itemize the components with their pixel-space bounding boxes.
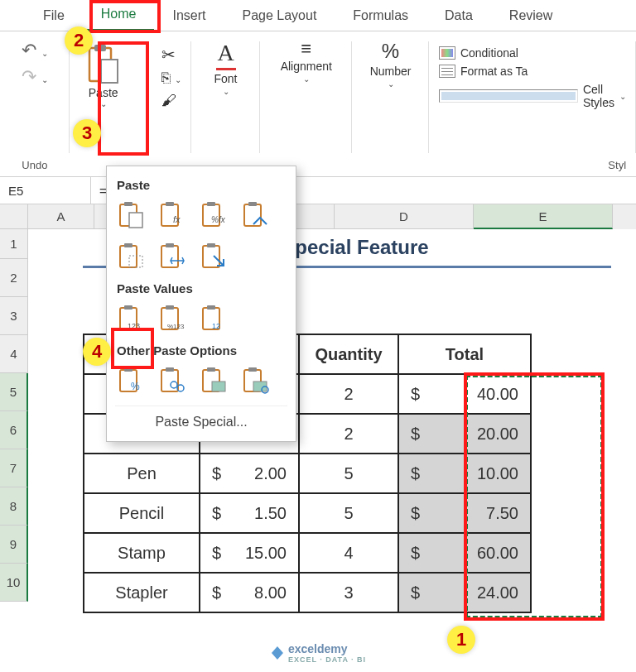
ribbon-group-font: A Font ⌄ [191, 31, 261, 176]
paste-special-link[interactable]: Paste Special... [115, 406, 287, 438]
row-header[interactable]: 9 [0, 526, 28, 564]
tab-formulas[interactable]: Formulas [335, 0, 426, 31]
watermark-icon [270, 646, 285, 660]
table-row[interactable]: Pen $2.00 5 $10.00 [84, 454, 531, 493]
paste-transpose-icon[interactable] [198, 240, 231, 273]
format-as-table-button[interactable]: Format as Ta [439, 65, 626, 78]
paste-linked-picture-icon[interactable] [239, 364, 272, 397]
name-box[interactable]: E5 [0, 177, 91, 204]
paste-picture-icon[interactable] [198, 364, 231, 397]
svg-rect-39 [212, 382, 225, 391]
formula-bar-row: E5 =PRODUCT(C5:D5) [0, 176, 636, 204]
svg-text:123: 123 [128, 322, 140, 330]
row-header[interactable]: 5 [0, 373, 28, 411]
svg-rect-31 [124, 367, 132, 372]
redo-icon[interactable]: ↷ ⌄ [22, 66, 48, 88]
row-header[interactable]: 3 [0, 297, 28, 335]
select-all-triangle[interactable] [0, 204, 28, 229]
callout-1: 1 [447, 626, 475, 654]
paste-formulas-number-icon[interactable]: %fx [198, 199, 231, 232]
ribbon-group-number: % Number ⌄ [352, 31, 429, 176]
col-header-a[interactable]: A [28, 204, 94, 229]
svg-rect-34 [166, 367, 174, 372]
ribbon-group-undo: ↶ ⌄ ↷ ⌄ Undo [0, 31, 70, 176]
worksheet-grid[interactable]: 1 2 3 4 5 6 7 8 9 10 e Special Feature e… [0, 229, 636, 602]
callout-4: 4 [83, 338, 111, 366]
paste-dropdown-panel: Paste fx %fx Paste Values 123 %123 12 Ot… [106, 166, 296, 442]
svg-rect-38 [207, 367, 215, 372]
paste-all-icon[interactable] [115, 199, 148, 232]
svg-rect-19 [203, 246, 219, 267]
ribbon: ↶ ⌄ ↷ ⌄ Undo Paste ⌄ ✂ ⎘ ⌄ 🖌 A Font ⌄ [0, 31, 636, 176]
row-header[interactable]: 8 [0, 487, 28, 526]
copy-icon[interactable]: ⎘ ⌄ [161, 70, 181, 87]
paste-values-source-icon[interactable]: 12 [198, 302, 231, 335]
ribbon-group-clipboard: Paste ⌄ ✂ ⎘ ⌄ 🖌 [70, 31, 191, 176]
callout-3: 3 [73, 119, 101, 147]
paste-section-label: Paste [117, 178, 287, 192]
svg-point-35 [171, 382, 177, 388]
row-header[interactable]: 1 [0, 229, 28, 259]
table-row[interactable]: Pencil $1.50 5 $7.50 [84, 493, 531, 533]
svg-rect-13 [248, 202, 257, 206]
col-header-d[interactable]: D [335, 204, 474, 229]
paste-values-icon[interactable]: 123 [115, 302, 148, 335]
svg-rect-12 [244, 204, 261, 226]
number-button[interactable]: % Number ⌄ [370, 40, 412, 89]
svg-text:%: % [131, 381, 140, 392]
paste-column-widths-icon[interactable] [157, 240, 190, 273]
svg-text:12: 12 [212, 322, 220, 330]
group-label-undo: Undo [22, 159, 47, 171]
row-header[interactable]: 6 [0, 411, 28, 449]
svg-text:fx: fx [173, 214, 181, 224]
tab-home[interactable]: Home [83, 0, 155, 31]
watermark: exceldemy EXCEL · DATA · BI [270, 642, 366, 664]
row-header[interactable]: 7 [0, 449, 28, 487]
paste-values-number-icon[interactable]: %123 [157, 302, 190, 335]
undo-icon[interactable]: ↶ ⌄ [22, 40, 48, 61]
cut-icon[interactable]: ✂ [161, 45, 181, 65]
svg-rect-15 [124, 243, 132, 247]
svg-rect-41 [248, 367, 257, 372]
tab-review[interactable]: Review [491, 0, 571, 31]
paste-link-icon[interactable] [157, 364, 190, 397]
svg-rect-17 [161, 246, 178, 267]
paste-other-section-label: Other Paste Options [117, 343, 287, 358]
ribbon-group-styles: Conditional Format as Ta Cell Styles ⌄ S… [429, 31, 636, 176]
paste-keep-source-icon[interactable] [239, 199, 272, 232]
col-header-e[interactable]: E [474, 204, 613, 229]
paste-no-borders-icon[interactable] [115, 240, 148, 273]
svg-rect-14 [120, 246, 137, 267]
conditional-formatting-button[interactable]: Conditional [439, 46, 626, 60]
tab-page-layout[interactable]: Page Layout [224, 0, 335, 31]
format-painter-icon[interactable]: 🖌 [161, 92, 181, 109]
tab-insert[interactable]: Insert [154, 0, 224, 31]
svg-rect-4 [124, 202, 132, 206]
paste-formulas-icon[interactable]: fx [157, 199, 190, 232]
font-button[interactable]: A Font ⌄ [214, 40, 238, 96]
row-header[interactable]: 2 [0, 259, 28, 297]
svg-rect-10 [207, 202, 215, 206]
ribbon-group-alignment: ≡ Alignment ⌄ [260, 31, 352, 176]
cell-styles-button[interactable]: Cell Styles ⌄ [439, 83, 626, 109]
svg-rect-2 [101, 60, 118, 83]
svg-rect-20 [207, 243, 215, 247]
th-qty: Quantity [299, 334, 398, 374]
svg-rect-1 [94, 45, 106, 51]
svg-rect-5 [129, 213, 142, 228]
tab-data[interactable]: Data [426, 0, 491, 31]
alignment-button[interactable]: ≡ Alignment ⌄ [281, 40, 332, 84]
table-row[interactable]: Stapler $8.00 3 $24.00 [84, 573, 531, 612]
paste-formatting-icon[interactable]: % [115, 364, 148, 397]
row-header[interactable]: 4 [0, 335, 28, 373]
ribbon-tabs: File Home Insert Page Layout Formulas Da… [0, 0, 636, 31]
svg-rect-7 [166, 202, 174, 206]
svg-text:%fx: %fx [211, 215, 226, 224]
table-row[interactable]: Stamp $15.00 4 $60.00 [84, 533, 531, 573]
chevron-down-icon: ⌄ [100, 99, 107, 108]
row-header[interactable]: 10 [0, 564, 28, 602]
callout-2: 2 [65, 26, 93, 55]
th-total: Total [398, 334, 531, 374]
svg-text:%123: %123 [167, 323, 185, 330]
clipboard-icon [86, 43, 121, 86]
